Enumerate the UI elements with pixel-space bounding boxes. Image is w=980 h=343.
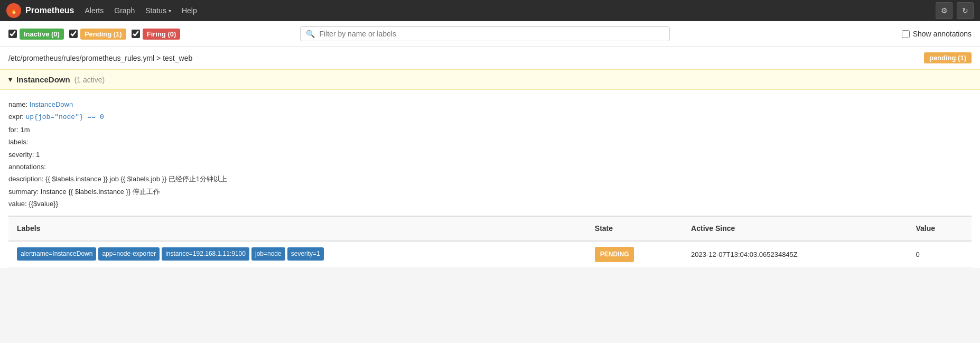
annotations-label: annotations: bbox=[8, 163, 46, 171]
cell-value: 0 bbox=[907, 241, 972, 268]
refresh-icon-btn[interactable]: ↻ bbox=[957, 2, 974, 19]
show-annotations-label[interactable]: Show annotations bbox=[913, 30, 972, 38]
summary-label: summary: bbox=[8, 188, 39, 196]
alerts-tbody: alertname=InstanceDownapp=node-exporteri… bbox=[8, 241, 972, 268]
pending-checkbox[interactable] bbox=[69, 30, 78, 38]
rule-severity-row: severity: 1 bbox=[8, 149, 972, 161]
brand: 🔥 Prometheus bbox=[6, 3, 74, 18]
navbar-icons: ⚙ ↻ bbox=[936, 2, 974, 19]
nav-graph[interactable]: Graph bbox=[114, 6, 135, 15]
firing-filter[interactable]: Firing (0) bbox=[132, 29, 181, 40]
labels-label: labels: bbox=[8, 138, 29, 146]
search-container: 🔍 bbox=[300, 26, 670, 41]
cell-active-since: 2023-12-07T13:04:03.065234845Z bbox=[683, 241, 907, 268]
table-header: Labels State Active Since Value bbox=[8, 216, 972, 241]
label-tag: alertname=InstanceDown bbox=[17, 247, 96, 261]
severity-value: 1 bbox=[36, 151, 40, 159]
pending-filter[interactable]: Pending (1) bbox=[69, 29, 126, 40]
rule-value-row: value: {{$value}} bbox=[8, 198, 972, 210]
rule-description-row: description: {{ $labels.instance }} job … bbox=[8, 173, 972, 185]
path-pending-badge: pending (1) bbox=[924, 52, 972, 63]
description-label: description: bbox=[8, 175, 43, 183]
cell-labels: alertname=InstanceDownapp=node-exporteri… bbox=[8, 241, 586, 268]
for-label: for: bbox=[8, 126, 18, 134]
label-tag: instance=192.168.1.11:9100 bbox=[162, 247, 249, 261]
state-badge: PENDING bbox=[595, 247, 634, 263]
inactive-badge: Inactive (0) bbox=[20, 29, 64, 40]
firing-badge: Firing (0) bbox=[143, 29, 181, 40]
rule-annotations-row: annotations: bbox=[8, 161, 972, 173]
nav-alerts[interactable]: Alerts bbox=[85, 6, 104, 15]
show-annotations-checkbox[interactable] bbox=[902, 30, 910, 38]
severity-label: severity: bbox=[8, 151, 34, 159]
label-tag: severity=1 bbox=[287, 247, 324, 261]
label-tag: job=node bbox=[251, 247, 285, 261]
th-active-since: Active Since bbox=[683, 216, 907, 241]
nav-help[interactable]: Help bbox=[182, 6, 197, 15]
rule-name-row: name: InstanceDown bbox=[8, 98, 972, 110]
filter-bar: Inactive (0) Pending (1) Firing (0) 🔍 Sh… bbox=[0, 21, 980, 47]
name-value: InstanceDown bbox=[30, 100, 73, 108]
expr-link[interactable]: up{job="node"} == 0 bbox=[26, 113, 104, 121]
settings-icon-btn[interactable]: ⚙ bbox=[936, 2, 953, 19]
description-value: {{ $labels.instance }} job {{ $labels.jo… bbox=[45, 175, 227, 183]
instance-title: InstanceDown bbox=[16, 75, 70, 84]
show-annotations-group: Show annotations bbox=[902, 30, 972, 38]
value-value: {{$value}} bbox=[29, 200, 58, 208]
inactive-checkbox[interactable] bbox=[8, 30, 17, 38]
name-label: name: bbox=[8, 100, 27, 108]
inactive-filter[interactable]: Inactive (0) bbox=[8, 29, 64, 40]
pending-badge: Pending (1) bbox=[80, 29, 126, 40]
label-tag: app=node-exporter bbox=[98, 247, 160, 261]
instance-header[interactable]: ▾ InstanceDown (1 active) bbox=[0, 70, 980, 89]
value-label: value: bbox=[8, 200, 27, 208]
rule-labels-row: labels: bbox=[8, 136, 972, 148]
prometheus-logo: 🔥 bbox=[6, 3, 21, 18]
search-input[interactable] bbox=[319, 30, 664, 38]
filter-checkboxes: Inactive (0) Pending (1) Firing (0) bbox=[8, 29, 180, 40]
rule-for-row: for: 1m bbox=[8, 124, 972, 136]
rule-detail: name: InstanceDown expr: up{job="node"} … bbox=[0, 90, 980, 268]
rule-path-text: /etc/prometheus/rules/prometheus_rules.y… bbox=[8, 54, 192, 62]
active-count: (1 active) bbox=[74, 76, 105, 84]
th-value: Value bbox=[907, 216, 972, 241]
nav-status[interactable]: Status bbox=[145, 6, 166, 15]
rule-expr-row: expr: up{job="node"} == 0 bbox=[8, 110, 972, 123]
th-labels: Labels bbox=[8, 216, 586, 241]
expr-label: expr: bbox=[8, 113, 24, 120]
rule-path-bar: /etc/prometheus/rules/prometheus_rules.y… bbox=[0, 47, 980, 69]
collapse-chevron: ▾ bbox=[8, 76, 12, 84]
summary-value: Instance {{ $labels.instance }} 停止工作 bbox=[41, 188, 160, 196]
instance-section: ▾ InstanceDown (1 active) bbox=[0, 69, 980, 90]
status-dropdown-arrow: ▾ bbox=[169, 8, 171, 14]
alerts-table: Labels State Active Since Value alertnam… bbox=[8, 216, 972, 268]
brand-name: Prometheus bbox=[25, 6, 74, 15]
search-icon: 🔍 bbox=[306, 30, 315, 38]
cell-state: PENDING bbox=[586, 241, 683, 268]
firing-checkbox[interactable] bbox=[132, 30, 140, 38]
navbar: 🔥 Prometheus Alerts Graph Status ▾ Help … bbox=[0, 0, 980, 21]
th-state: State bbox=[586, 216, 683, 241]
rule-summary-row: summary: Instance {{ $labels.instance }}… bbox=[8, 186, 972, 198]
table-row: alertname=InstanceDownapp=node-exporteri… bbox=[8, 241, 972, 268]
for-value: 1m bbox=[20, 126, 30, 134]
